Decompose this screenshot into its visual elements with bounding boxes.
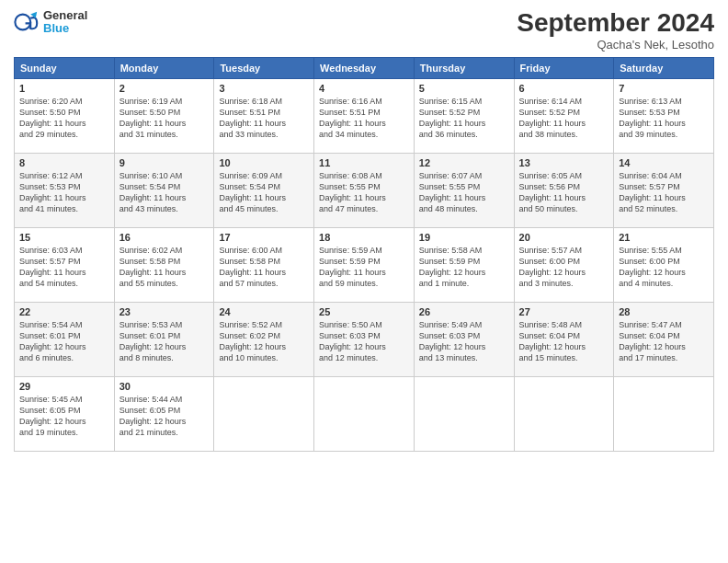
- cell-info-line: Daylight: 11 hours: [519, 118, 609, 129]
- cell-info-line: Daylight: 12 hours: [519, 267, 609, 278]
- table-row: [614, 376, 714, 451]
- cell-info-line: Sunrise: 5:49 AM: [419, 319, 509, 330]
- table-row: 25Sunrise: 5:50 AMSunset: 6:03 PMDayligh…: [314, 302, 415, 376]
- day-number: 15: [19, 232, 109, 243]
- cell-info-line: Daylight: 12 hours: [219, 341, 309, 352]
- cell-info-line: Sunrise: 5:47 AM: [619, 319, 709, 330]
- col-tuesday: Tuesday: [214, 57, 314, 78]
- cell-info-line: Sunrise: 5:59 AM: [319, 245, 409, 256]
- table-row: 21Sunrise: 5:55 AMSunset: 6:00 PMDayligh…: [614, 227, 714, 302]
- day-number: 27: [519, 306, 609, 317]
- cell-info-line: and 21 minutes.: [119, 427, 210, 438]
- table-row: 4Sunrise: 6:16 AMSunset: 5:51 PMDaylight…: [314, 78, 415, 153]
- cell-info-line: and 31 minutes.: [119, 129, 210, 140]
- day-number: 10: [219, 157, 309, 168]
- table-row: 10Sunrise: 6:09 AMSunset: 5:54 PMDayligh…: [214, 153, 314, 227]
- table-row: 20Sunrise: 5:57 AMSunset: 6:00 PMDayligh…: [514, 227, 614, 302]
- cell-info-line: Sunrise: 5:57 AM: [519, 245, 609, 256]
- cell-info-line: and 34 minutes.: [319, 129, 409, 140]
- cell-info-line: Sunset: 5:52 PM: [419, 107, 509, 118]
- cell-info-line: Sunset: 5:53 PM: [19, 181, 109, 192]
- cell-info-line: Sunset: 5:53 PM: [619, 107, 709, 118]
- day-number: 16: [119, 232, 210, 243]
- cell-info-line: Daylight: 11 hours: [119, 118, 210, 129]
- table-row: 28Sunrise: 5:47 AMSunset: 6:04 PMDayligh…: [614, 302, 714, 376]
- cell-info-line: and 3 minutes.: [519, 278, 609, 289]
- table-row: 5Sunrise: 6:15 AMSunset: 5:52 PMDaylight…: [414, 78, 514, 153]
- cell-info-line: Sunset: 6:00 PM: [619, 256, 709, 267]
- logo-line2: Blue: [43, 22, 87, 35]
- day-number: 1: [19, 83, 109, 94]
- cell-info-line: Sunrise: 6:10 AM: [119, 170, 210, 181]
- cell-info-line: and 43 minutes.: [119, 203, 210, 214]
- cell-info-line: Sunrise: 6:13 AM: [619, 96, 709, 107]
- table-row: 30Sunrise: 5:44 AMSunset: 6:05 PMDayligh…: [114, 376, 214, 451]
- table-row: 24Sunrise: 5:52 AMSunset: 6:02 PMDayligh…: [214, 302, 314, 376]
- cell-info-line: Sunrise: 6:15 AM: [419, 96, 509, 107]
- cell-info-line: Daylight: 12 hours: [319, 341, 409, 352]
- cell-info-line: Daylight: 11 hours: [119, 267, 210, 278]
- cell-info-line: Daylight: 12 hours: [19, 416, 109, 427]
- cell-info-line: Sunset: 5:51 PM: [219, 107, 309, 118]
- table-row: 14Sunrise: 6:04 AMSunset: 5:57 PMDayligh…: [614, 153, 714, 227]
- table-row: 6Sunrise: 6:14 AMSunset: 5:52 PMDaylight…: [514, 78, 614, 153]
- table-row: 29Sunrise: 5:45 AMSunset: 6:05 PMDayligh…: [15, 376, 115, 451]
- cell-info-line: Sunset: 5:55 PM: [419, 181, 509, 192]
- cell-info-line: Sunrise: 5:52 AM: [219, 319, 309, 330]
- cell-info-line: and 50 minutes.: [519, 203, 609, 214]
- cell-info-line: Daylight: 11 hours: [619, 192, 709, 203]
- cell-info-line: and 8 minutes.: [119, 352, 210, 363]
- table-row: [314, 376, 415, 451]
- cell-info-line: Sunset: 6:03 PM: [319, 330, 409, 341]
- cell-info-line: Sunrise: 6:16 AM: [319, 96, 409, 107]
- cell-info-line: Sunset: 5:56 PM: [519, 181, 609, 192]
- cell-info-line: and 38 minutes.: [519, 129, 609, 140]
- table-row: 15Sunrise: 6:03 AMSunset: 5:57 PMDayligh…: [15, 227, 115, 302]
- cell-info-line: and 4 minutes.: [619, 278, 709, 289]
- table-row: 22Sunrise: 5:54 AMSunset: 6:01 PMDayligh…: [15, 302, 115, 376]
- cell-info-line: and 36 minutes.: [419, 129, 509, 140]
- cell-info-line: and 33 minutes.: [219, 129, 309, 140]
- cell-info-line: Sunset: 5:50 PM: [119, 107, 210, 118]
- day-number: 28: [619, 306, 709, 317]
- cell-info-line: Sunset: 5:58 PM: [219, 256, 309, 267]
- cell-info-line: and 15 minutes.: [519, 352, 609, 363]
- cell-info-line: Daylight: 11 hours: [219, 267, 309, 278]
- day-number: 29: [19, 381, 109, 392]
- table-row: 23Sunrise: 5:53 AMSunset: 6:01 PMDayligh…: [114, 302, 214, 376]
- cell-info-line: Sunrise: 6:04 AM: [619, 170, 709, 181]
- cell-info-line: and 47 minutes.: [319, 203, 409, 214]
- cell-info-line: Sunrise: 6:08 AM: [319, 170, 409, 181]
- cell-info-line: Sunset: 5:55 PM: [319, 181, 409, 192]
- table-row: 3Sunrise: 6:18 AMSunset: 5:51 PMDaylight…: [214, 78, 314, 153]
- location: Qacha's Nek, Lesotho: [517, 38, 714, 52]
- cell-info-line: Sunset: 6:01 PM: [19, 330, 109, 341]
- cell-info-line: and 13 minutes.: [419, 352, 509, 363]
- table-row: 16Sunrise: 6:02 AMSunset: 5:58 PMDayligh…: [114, 227, 214, 302]
- title-area: September 2024 Qacha's Nek, Lesotho: [517, 9, 714, 52]
- day-number: 22: [19, 306, 109, 317]
- cell-info-line: and 52 minutes.: [619, 203, 709, 214]
- cell-info-line: Sunset: 5:59 PM: [319, 256, 409, 267]
- cell-info-line: Sunset: 5:51 PM: [319, 107, 409, 118]
- col-sunday: Sunday: [15, 57, 115, 78]
- cell-info-line: Daylight: 12 hours: [19, 341, 109, 352]
- cell-info-line: Sunset: 6:00 PM: [519, 256, 609, 267]
- day-number: 12: [419, 157, 509, 168]
- cell-info-line: Sunrise: 5:58 AM: [419, 245, 509, 256]
- day-number: 17: [219, 232, 309, 243]
- cell-info-line: and 45 minutes.: [219, 203, 309, 214]
- cell-info-line: and 6 minutes.: [19, 352, 109, 363]
- cell-info-line: Daylight: 11 hours: [119, 192, 210, 203]
- cell-info-line: and 10 minutes.: [219, 352, 309, 363]
- table-row: [514, 376, 614, 451]
- cell-info-line: and 57 minutes.: [219, 278, 309, 289]
- table-row: 13Sunrise: 6:05 AMSunset: 5:56 PMDayligh…: [514, 153, 614, 227]
- day-number: 8: [19, 157, 109, 168]
- cell-info-line: and 17 minutes.: [619, 352, 709, 363]
- cell-info-line: Daylight: 11 hours: [519, 192, 609, 203]
- cell-info-line: Sunrise: 6:09 AM: [219, 170, 309, 181]
- table-row: 11Sunrise: 6:08 AMSunset: 5:55 PMDayligh…: [314, 153, 415, 227]
- svg-point-0: [15, 15, 30, 30]
- cell-info-line: Sunset: 6:03 PM: [419, 330, 509, 341]
